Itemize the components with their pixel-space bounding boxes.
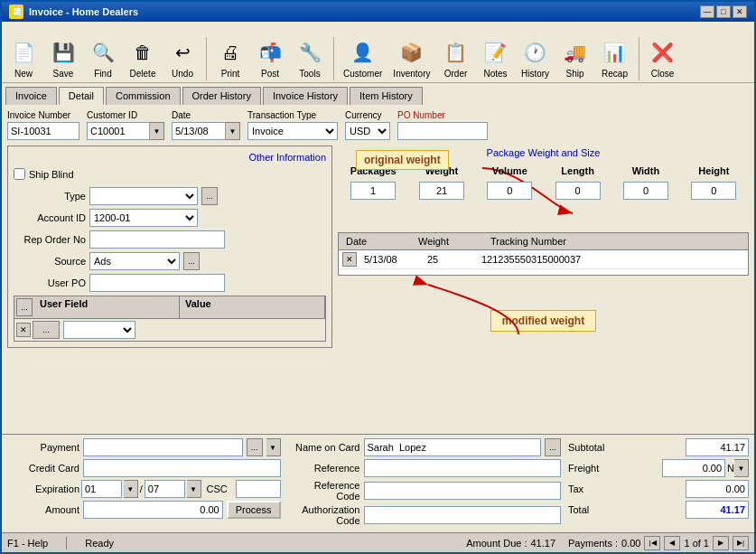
source-select[interactable]: Ads xyxy=(89,252,180,270)
toolbar-post-button[interactable]: 📬 Post xyxy=(252,36,288,80)
volume-input[interactable] xyxy=(487,182,532,200)
toolbar-undo-button[interactable]: ↩ Undo xyxy=(164,36,201,80)
exp-month-dropdown[interactable]: ▼ xyxy=(124,480,138,498)
transaction-type-select[interactable]: Invoice xyxy=(247,122,338,140)
date-group: Date ▼ xyxy=(172,110,240,140)
account-id-select[interactable]: 1200-01 xyxy=(89,209,198,227)
toolbar-recap-button[interactable]: 📊 Recap xyxy=(597,36,633,80)
print-label: Print xyxy=(221,69,240,79)
exp-month-input[interactable] xyxy=(81,480,122,498)
user-field-add-button[interactable]: ... xyxy=(16,298,33,316)
nav-last-button[interactable]: ▶| xyxy=(733,536,749,550)
modified-weight-label: modified weight xyxy=(490,310,596,332)
status-sep-1 xyxy=(66,537,67,549)
tab-detail[interactable]: Detail xyxy=(59,87,104,105)
type-select[interactable] xyxy=(89,187,198,205)
toolbar-ship-button[interactable]: 🚚 Ship xyxy=(557,36,593,80)
packages-input[interactable] xyxy=(350,182,396,200)
process-button[interactable]: Process xyxy=(227,501,281,519)
invoice-number-input[interactable] xyxy=(7,122,79,140)
reference-code-input[interactable] xyxy=(364,482,562,500)
tracking-weight-header: Weight xyxy=(415,235,487,248)
po-number-input[interactable] xyxy=(397,122,488,140)
payment-browse-button[interactable]: ... xyxy=(247,438,263,456)
maximize-button[interactable]: □ xyxy=(716,5,731,18)
user-field-header-label: User Field xyxy=(34,296,180,318)
csc-input[interactable] xyxy=(236,480,281,498)
currency-group: Currency USD xyxy=(345,110,390,140)
order-icon: 📋 xyxy=(442,38,471,67)
payment-dropdown[interactable]: ▼ xyxy=(266,438,281,456)
currency-select[interactable]: USD xyxy=(345,122,390,140)
exp-year-dropdown[interactable]: ▼ xyxy=(187,480,201,498)
toolbar-order-button[interactable]: 📋 Order xyxy=(438,36,474,80)
reference-input[interactable] xyxy=(364,459,562,477)
height-input[interactable] xyxy=(691,182,736,200)
payment-input[interactable] xyxy=(83,438,243,456)
name-browse-button[interactable]: ... xyxy=(545,438,561,456)
find-label: Find xyxy=(94,69,111,79)
length-input[interactable] xyxy=(555,182,601,200)
tracking-section: Date Weight Tracking Number ✕ 5/13/08 25… xyxy=(338,232,749,276)
weight-input[interactable] xyxy=(419,182,464,200)
tracking-date-header: Date xyxy=(342,235,415,248)
toolbar-find-button[interactable]: 🔍 Find xyxy=(85,36,121,80)
toolbar-notes-button[interactable]: 📝 Notes xyxy=(478,36,514,80)
exp-year-input[interactable] xyxy=(145,480,185,498)
toolbar-inventory-button[interactable]: 📦 Inventory xyxy=(389,36,434,80)
left-panel: Other Information Ship Blind Type ... Ac… xyxy=(7,146,332,348)
nav-next-button[interactable]: ▶ xyxy=(713,536,729,550)
toolbar-tools-button[interactable]: 🔧 Tools xyxy=(292,36,328,80)
toolbar-customer-button[interactable]: 👤 Customer xyxy=(340,36,386,80)
toolbar-delete-button[interactable]: 🗑 Delete xyxy=(125,36,161,80)
toolbar-separator-2 xyxy=(333,37,334,80)
toolbar-history-button[interactable]: 🕐 History xyxy=(518,36,554,80)
status-right: Amount Due : 41.17 Payments : 0.00 |◀ ◀ … xyxy=(466,536,749,550)
user-field-select-button[interactable]: ... xyxy=(33,321,60,339)
tracking-delete-button[interactable]: ✕ xyxy=(342,252,357,267)
payment-row: Payment ... ▼ xyxy=(7,438,281,456)
new-icon: 📄 xyxy=(9,38,38,67)
credit-card-input[interactable] xyxy=(83,459,281,477)
user-field-value-select[interactable] xyxy=(63,321,135,339)
auth-code-input[interactable] xyxy=(364,506,562,524)
bottom-right: Subtotal Freight N ▼ Tax Total xyxy=(568,438,749,529)
payment-label: Payment xyxy=(7,442,79,453)
customer-id-input[interactable] xyxy=(87,122,150,140)
nav-prev-button[interactable]: ◀ xyxy=(664,536,680,550)
user-po-input[interactable] xyxy=(89,274,225,292)
date-dropdown[interactable]: ▼ xyxy=(226,122,240,140)
name-on-card-input[interactable] xyxy=(364,438,542,456)
minimize-button[interactable]: — xyxy=(700,5,714,18)
ship-blind-checkbox[interactable] xyxy=(14,168,25,180)
tab-item-history[interactable]: Item History xyxy=(350,87,423,105)
inventory-label: Inventory xyxy=(393,69,430,79)
transaction-type-label: Transaction Type xyxy=(247,110,338,120)
toolbar-print-button[interactable]: 🖨 Print xyxy=(212,36,248,80)
user-field-delete-button[interactable]: ✕ xyxy=(16,323,31,337)
amount-input[interactable] xyxy=(83,501,223,519)
nav-first-button[interactable]: |◀ xyxy=(644,536,660,550)
source-browse-button[interactable]: ... xyxy=(183,252,200,270)
type-browse-button[interactable]: ... xyxy=(201,187,218,205)
customer-id-dropdown[interactable]: ▼ xyxy=(150,122,164,140)
modified-weight-area: modified weight xyxy=(338,276,749,348)
tracking-weight-cell: 25 xyxy=(424,253,478,266)
date-input[interactable] xyxy=(172,122,226,140)
tab-invoice[interactable]: Invoice xyxy=(5,87,57,105)
tab-commission[interactable]: Commission xyxy=(106,87,181,105)
account-id-row: Account ID 1200-01 xyxy=(14,209,326,227)
tab-order-history[interactable]: Order History xyxy=(182,87,261,105)
ship-blind-row: Ship Blind xyxy=(14,168,326,180)
rep-order-input[interactable] xyxy=(89,230,225,249)
toolbar-close-button[interactable]: ❌ Close xyxy=(645,36,681,80)
undo-icon: ↩ xyxy=(168,38,197,67)
tab-invoice-history[interactable]: Invoice History xyxy=(263,87,348,105)
width-input[interactable] xyxy=(623,182,668,200)
toolbar-new-button[interactable]: 📄 New xyxy=(5,36,42,80)
toolbar-save-button[interactable]: 💾 Save xyxy=(45,36,81,80)
form-header: Invoice Number Customer ID ▼ Date ▼ xyxy=(7,110,749,140)
volume-col-header: Volume xyxy=(477,164,543,178)
close-button[interactable]: ✕ xyxy=(733,5,747,18)
freight-dropdown[interactable]: ▼ xyxy=(734,459,749,477)
